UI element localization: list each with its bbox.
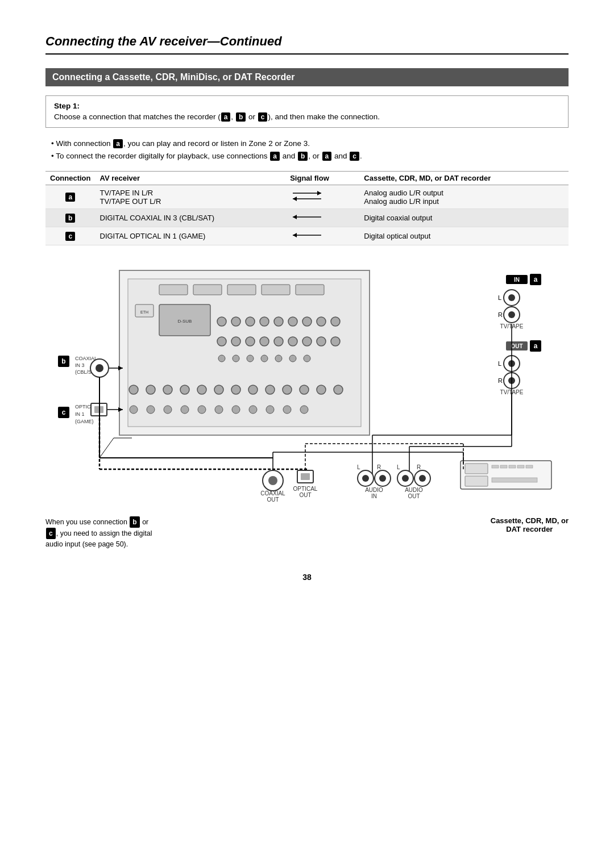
recorder-c: Digital optical output bbox=[359, 227, 569, 245]
svg-point-62 bbox=[215, 406, 223, 414]
svg-text:a: a bbox=[534, 342, 538, 350]
badge-b-caption: b bbox=[130, 516, 139, 528]
svg-point-38 bbox=[233, 355, 239, 362]
svg-text:OUT: OUT bbox=[511, 343, 522, 349]
svg-text:R: R bbox=[498, 311, 503, 318]
svg-point-36 bbox=[331, 337, 340, 346]
svg-point-30 bbox=[246, 337, 255, 346]
svg-rect-11 bbox=[193, 285, 222, 295]
recorder-b: Digital coaxial output bbox=[359, 209, 569, 227]
svg-point-21 bbox=[246, 317, 255, 326]
badge-b-bullet2: b bbox=[298, 152, 308, 161]
svg-point-63 bbox=[232, 406, 240, 414]
svg-point-65 bbox=[266, 406, 274, 414]
svg-text:IN: IN bbox=[514, 277, 520, 283]
signal-flow-a bbox=[285, 185, 359, 209]
svg-rect-149 bbox=[465, 476, 488, 486]
svg-rect-10 bbox=[159, 285, 188, 295]
svg-point-96 bbox=[96, 364, 103, 372]
svg-point-35 bbox=[317, 337, 326, 346]
svg-rect-123 bbox=[301, 473, 310, 480]
connection-diagram: D-SUB ETH bbox=[45, 259, 569, 503]
svg-point-77 bbox=[508, 311, 515, 318]
svg-rect-12 bbox=[227, 285, 256, 295]
svg-marker-7 bbox=[293, 233, 297, 237]
av-receiver-b: DIGITAL COAXIAL IN 3 (CBL/SAT) bbox=[96, 209, 286, 227]
svg-rect-144 bbox=[492, 465, 499, 468]
svg-point-27 bbox=[331, 317, 340, 326]
svg-rect-150 bbox=[492, 478, 537, 482]
svg-point-40 bbox=[261, 355, 268, 362]
svg-point-45 bbox=[146, 385, 155, 394]
svg-point-60 bbox=[181, 406, 189, 414]
svg-marker-3 bbox=[293, 197, 297, 201]
svg-point-136 bbox=[402, 475, 409, 482]
svg-line-157 bbox=[99, 438, 114, 458]
svg-text:OPTICAL: OPTICAL bbox=[293, 486, 318, 492]
svg-point-41 bbox=[275, 355, 282, 362]
svg-point-22 bbox=[260, 317, 269, 326]
svg-point-53 bbox=[283, 385, 292, 394]
svg-point-23 bbox=[274, 317, 283, 326]
caption-right: Cassette, CDR, MD, or DAT recorder bbox=[491, 516, 569, 533]
title-continued: —Continued bbox=[208, 34, 282, 48]
svg-point-55 bbox=[317, 385, 326, 394]
badge-a-step: a bbox=[221, 112, 231, 122]
step1-content: Choose a connection that matches the rec… bbox=[54, 112, 560, 122]
badge-a-bullet1: a bbox=[113, 139, 123, 148]
step1-box: Step 1: Choose a connection that matches… bbox=[45, 95, 569, 128]
table-row-b: b DIGITAL COAXIAL IN 3 (CBL/SAT) Digital… bbox=[45, 209, 569, 227]
svg-point-43 bbox=[304, 355, 310, 362]
svg-point-42 bbox=[289, 355, 296, 362]
svg-point-31 bbox=[260, 337, 269, 346]
svg-point-29 bbox=[231, 337, 240, 346]
svg-rect-143 bbox=[465, 464, 488, 474]
badge-b-step: b bbox=[236, 112, 246, 122]
svg-text:R: R bbox=[498, 377, 503, 384]
badge-c-bullet2: c bbox=[350, 152, 359, 161]
table-row-c: c DIGITAL OPTICAL IN 1 (GAME) Digital op… bbox=[45, 227, 569, 245]
col-recorder: Cassette, CDR, MD, or DAT recorder bbox=[359, 172, 569, 185]
svg-point-19 bbox=[217, 317, 226, 326]
svg-point-50 bbox=[231, 385, 240, 394]
badge-c-step: c bbox=[258, 112, 268, 122]
page-number: 38 bbox=[45, 573, 569, 582]
svg-point-58 bbox=[147, 406, 155, 414]
svg-rect-13 bbox=[262, 285, 290, 295]
svg-point-51 bbox=[248, 385, 258, 394]
svg-text:a: a bbox=[534, 276, 538, 283]
svg-point-37 bbox=[218, 355, 225, 362]
svg-text:AUDIO: AUDIO bbox=[405, 487, 423, 493]
svg-marker-1 bbox=[317, 191, 321, 195]
svg-text:L: L bbox=[498, 294, 501, 301]
recorder-a: Analog audio L/R outputAnalog audio L/R … bbox=[359, 185, 569, 209]
svg-point-64 bbox=[249, 406, 257, 414]
svg-text:COAXIAL: COAXIAL bbox=[260, 490, 285, 496]
connection-table: Connection AV receiver Signal flow Casse… bbox=[45, 171, 569, 245]
av-receiver-a: TV/TAPE IN L/RTV/TAPE OUT L/R bbox=[96, 185, 286, 209]
page-title: Connecting the AV receiver—Continued bbox=[45, 34, 569, 55]
svg-point-61 bbox=[198, 406, 206, 414]
svg-text:ETH: ETH bbox=[140, 310, 148, 314]
svg-rect-147 bbox=[517, 465, 524, 468]
badge-cell-b: b bbox=[45, 209, 96, 227]
svg-text:R: R bbox=[417, 464, 421, 470]
svg-point-44 bbox=[129, 385, 138, 394]
svg-point-39 bbox=[247, 355, 254, 362]
section-header: Connecting a Cassette, CDR, MiniDisc, or… bbox=[45, 68, 569, 86]
svg-point-47 bbox=[180, 385, 189, 394]
badge-c-caption: c bbox=[46, 528, 56, 539]
signal-flow-b bbox=[285, 209, 359, 227]
svg-point-131 bbox=[379, 475, 386, 482]
svg-text:(GAME): (GAME) bbox=[75, 419, 94, 424]
svg-point-20 bbox=[231, 317, 240, 326]
svg-rect-145 bbox=[500, 465, 507, 468]
svg-rect-148 bbox=[526, 465, 533, 468]
badge-a2-bullet2: a bbox=[322, 152, 332, 161]
svg-point-74 bbox=[508, 294, 515, 301]
svg-rect-14 bbox=[296, 285, 324, 295]
svg-point-24 bbox=[288, 317, 297, 326]
svg-point-32 bbox=[274, 337, 283, 346]
svg-text:R: R bbox=[377, 464, 381, 470]
av-receiver-c: DIGITAL OPTICAL IN 1 (GAME) bbox=[96, 227, 286, 245]
